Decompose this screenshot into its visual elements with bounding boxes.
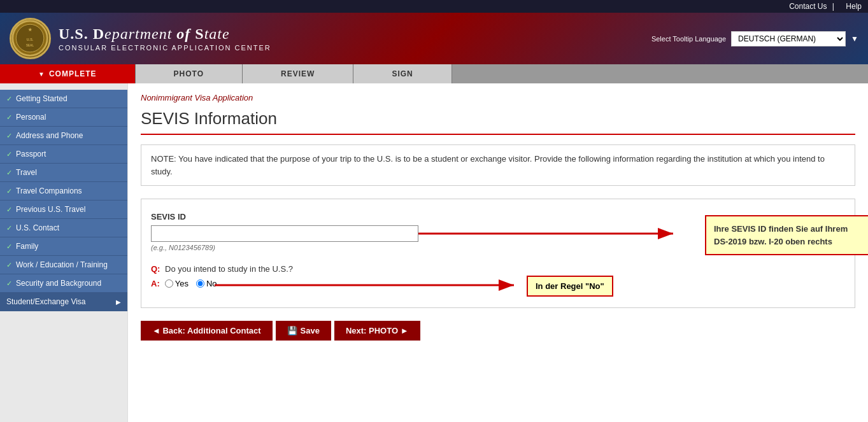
save-button[interactable]: 💾 Save xyxy=(276,321,331,341)
contact-us-link[interactable]: Contact Us xyxy=(789,2,827,11)
no-radio[interactable] xyxy=(196,279,204,288)
tab-review[interactable]: REVIEW xyxy=(243,64,353,83)
yes-radio[interactable] xyxy=(165,279,173,288)
dropdown-icon: ▼ xyxy=(851,34,858,43)
sidebar-item-security[interactable]: ✓ Security and Background xyxy=(0,274,127,293)
sidebar-item-personal[interactable]: ✓ Personal xyxy=(0,108,127,127)
no-tooltip: In der Regel "No" xyxy=(527,276,613,297)
svg-text:SEAL: SEAL xyxy=(26,44,34,47)
sidebar-item-student-visa[interactable]: Student/Exchange Visa ▶ xyxy=(0,293,127,311)
bottom-nav: ◄ Back: Additional Contact 💾 Save Next: … xyxy=(141,321,855,341)
check-icon: ✓ xyxy=(6,187,12,195)
arrow-icon: ▶ xyxy=(116,299,121,306)
tooltip-lang-label: Select Tooltip Language xyxy=(651,35,726,43)
check-icon: ✓ xyxy=(6,132,12,140)
svg-text:U.S.: U.S. xyxy=(27,38,34,41)
sevis-tooltip: Ihre SEVIS ID finden Sie auf Ihrem DS-20… xyxy=(705,215,868,255)
header: ★ U.S. SEAL U.S. Department of State Con… xyxy=(0,13,868,64)
svg-text:★: ★ xyxy=(28,27,32,32)
sidebar: ✓ Getting Started ✓ Personal ✓ Address a… xyxy=(0,83,127,422)
question-text: Q: Do you intend to study in the U.S.? xyxy=(151,264,845,274)
header-right: Select Tooltip Language DEUTSCH (GERMAN)… xyxy=(651,31,858,46)
help-link[interactable]: Help xyxy=(846,2,862,11)
sidebar-item-work-edu[interactable]: ✓ Work / Education / Training xyxy=(0,256,127,274)
divider: | xyxy=(832,2,834,11)
language-select[interactable]: DEUTSCH (GERMAN) ENGLISH FRANÇAIS (FRENC… xyxy=(731,31,846,46)
sevis-id-input[interactable] xyxy=(151,225,418,242)
sidebar-item-address-phone[interactable]: ✓ Address and Phone xyxy=(0,127,127,145)
sidebar-item-prev-us-travel[interactable]: ✓ Previous U.S. Travel xyxy=(0,200,127,219)
q-label: Q: xyxy=(151,264,160,274)
sidebar-item-family[interactable]: ✓ Family xyxy=(0,237,127,256)
content-area: Nonimmigrant Visa Application SEVIS Info… xyxy=(127,83,868,422)
sidebar-item-travel-companions[interactable]: ✓ Travel Companions xyxy=(0,182,127,200)
breadcrumb: Nonimmigrant Visa Application xyxy=(141,93,855,102)
header-left: ★ U.S. SEAL U.S. Department of State Con… xyxy=(10,18,271,59)
us-seal: ★ U.S. SEAL xyxy=(10,18,51,59)
save-icon: 💾 xyxy=(287,326,297,335)
next-button[interactable]: Next: PHOTO ► xyxy=(334,321,420,341)
check-icon: ✓ xyxy=(6,150,12,158)
sidebar-item-travel[interactable]: ✓ Travel xyxy=(0,164,127,182)
main-layout: ✓ Getting Started ✓ Personal ✓ Address a… xyxy=(0,83,868,422)
subtitle: Consular Electronic Application Center xyxy=(59,44,271,52)
top-bar: Contact Us | Help xyxy=(0,0,868,13)
answer-row: A: Yes No xyxy=(151,279,845,288)
tab-photo[interactable]: PHOTO xyxy=(136,64,243,83)
check-icon: ✓ xyxy=(6,243,12,251)
no-arrow-svg xyxy=(215,279,533,292)
check-icon: ✓ xyxy=(6,261,12,269)
no-radio-label[interactable]: No xyxy=(196,279,217,288)
yes-radio-label[interactable]: Yes xyxy=(165,279,189,288)
check-icon: ✓ xyxy=(6,169,12,177)
sevis-arrow-svg xyxy=(418,227,686,240)
check-icon: ✓ xyxy=(6,279,12,288)
department-name: U.S. Department of State xyxy=(59,25,271,43)
check-icon: ✓ xyxy=(6,224,12,232)
question-row: Q: Do you intend to study in the U.S.? A… xyxy=(151,264,845,288)
header-title: U.S. Department of State Consular Electr… xyxy=(59,25,271,52)
tab-complete[interactable]: COMPLETE xyxy=(0,64,136,83)
note-box: NOTE: You have indicated that the purpos… xyxy=(141,144,855,186)
tab-sign[interactable]: SIGN xyxy=(353,64,452,83)
nav-tabs: COMPLETE PHOTO REVIEW SIGN xyxy=(0,64,868,83)
check-icon: ✓ xyxy=(6,95,12,103)
sidebar-item-getting-started[interactable]: ✓ Getting Started xyxy=(0,90,127,108)
sidebar-item-us-contact[interactable]: ✓ U.S. Contact xyxy=(0,219,127,237)
check-icon: ✓ xyxy=(6,113,12,122)
sidebar-item-passport[interactable]: ✓ Passport xyxy=(0,145,127,164)
form-section: SEVIS ID (e.g., N0123456789) xyxy=(141,199,855,308)
a-label: A: xyxy=(151,279,160,288)
page-title: SEVIS Information xyxy=(141,109,855,135)
check-icon: ✓ xyxy=(6,206,12,214)
back-button[interactable]: ◄ Back: Additional Contact xyxy=(141,321,273,341)
